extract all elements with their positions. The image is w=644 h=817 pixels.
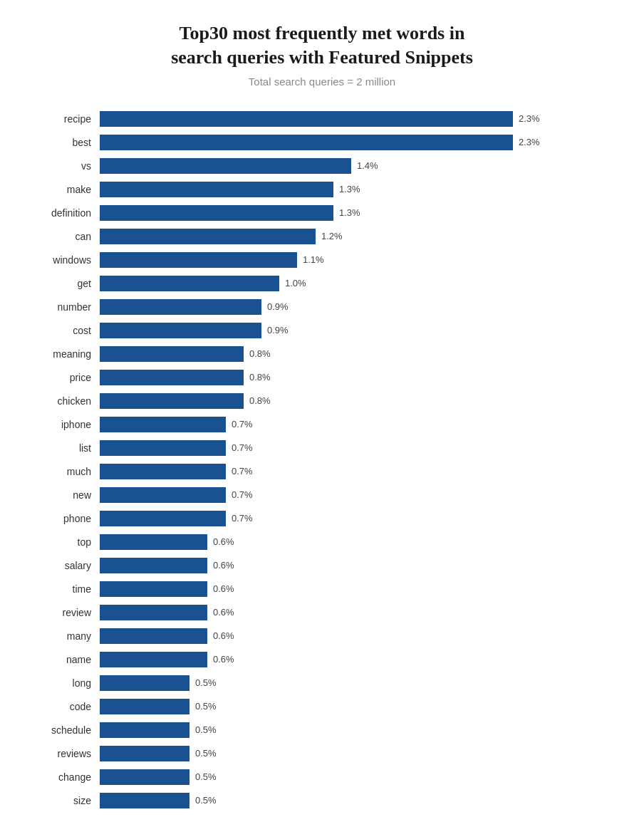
- bar-row: code0.5%: [28, 697, 616, 717]
- bar: [100, 370, 244, 385]
- bar-label: cost: [28, 325, 100, 336]
- bar-container: 0.7%: [100, 440, 616, 456]
- bar-value: 1.3%: [339, 184, 360, 194]
- bar-value: 0.5%: [195, 748, 217, 759]
- bar-label: windows: [28, 254, 100, 266]
- bar-container: 0.8%: [100, 370, 616, 385]
- bar-row: chicken0.8%: [28, 391, 616, 411]
- bar-label: size: [28, 795, 100, 806]
- bar-value: 0.6%: [213, 607, 234, 618]
- bar-value: 0.5%: [195, 701, 217, 712]
- bar-value: 0.9%: [267, 301, 289, 312]
- bar-container: 0.7%: [100, 464, 616, 479]
- bar: [100, 746, 189, 761]
- bar: [100, 299, 261, 315]
- bar-row: review0.6%: [28, 603, 616, 623]
- bar-label: long: [28, 677, 100, 689]
- bar-row: get1.0%: [28, 274, 616, 293]
- bar: [100, 793, 189, 808]
- bar-container: 0.9%: [100, 299, 616, 315]
- bar-value: 1.0%: [285, 278, 306, 288]
- bar: [100, 440, 226, 456]
- bar: [100, 487, 226, 503]
- bar-row: much0.7%: [28, 462, 616, 482]
- bar-row: number0.9%: [28, 297, 616, 317]
- bar-row: make1.3%: [28, 179, 616, 199]
- bar-container: 1.1%: [100, 252, 616, 268]
- bar: [100, 346, 244, 362]
- bar-value: 0.7%: [232, 419, 253, 430]
- bar-row: list0.7%: [28, 438, 616, 458]
- bar-label: salary: [28, 560, 100, 571]
- bar: [100, 323, 261, 338]
- bar: [100, 182, 333, 197]
- bar-row: cost0.9%: [28, 321, 616, 340]
- bar-container: 1.2%: [100, 229, 616, 244]
- bar: [100, 534, 207, 550]
- bar-row: windows1.1%: [28, 250, 616, 270]
- chart-area: recipe2.3%best2.3%vs1.4%make1.3%definiti…: [28, 109, 616, 811]
- bar-container: 0.5%: [100, 722, 616, 738]
- bar-row: time0.6%: [28, 579, 616, 599]
- bar-container: 0.6%: [100, 605, 616, 620]
- bar-container: 1.3%: [100, 205, 616, 221]
- bar-container: 0.6%: [100, 652, 616, 667]
- bar-row: recipe2.3%: [28, 109, 616, 129]
- bar-value: 1.3%: [339, 207, 360, 218]
- bar-value: 0.5%: [195, 724, 217, 735]
- bar-row: long0.5%: [28, 673, 616, 693]
- bar-label: iphone: [28, 419, 100, 430]
- bar: [100, 393, 244, 409]
- bar-row: price0.8%: [28, 368, 616, 387]
- bar-container: 0.5%: [100, 699, 616, 714]
- bar-row: best2.3%: [28, 132, 616, 152]
- bar: [100, 605, 207, 620]
- bar-label: name: [28, 654, 100, 665]
- bar-container: 2.3%: [100, 135, 616, 150]
- bar-container: 0.8%: [100, 393, 616, 409]
- bar-container: 0.5%: [100, 675, 616, 691]
- bar: [100, 111, 513, 127]
- bar: [100, 464, 226, 479]
- bar-label: list: [28, 442, 100, 454]
- chart-title: Top30 most frequently met words in searc…: [28, 21, 616, 70]
- bar: [100, 276, 279, 291]
- bar-container: 0.5%: [100, 793, 616, 808]
- bar-label: chicken: [28, 395, 100, 407]
- bar-label: time: [28, 583, 100, 595]
- bar-container: 0.6%: [100, 534, 616, 550]
- bar: [100, 699, 189, 714]
- bar-label: make: [28, 184, 100, 195]
- bar-label: code: [28, 701, 100, 712]
- bar: [100, 675, 189, 691]
- bar-value: 0.6%: [213, 583, 234, 594]
- bar-value: 1.2%: [321, 231, 343, 241]
- bar-label: new: [28, 489, 100, 501]
- bar-row: meaning0.8%: [28, 344, 616, 364]
- bar-container: 1.3%: [100, 182, 616, 197]
- bar-label: definition: [28, 207, 100, 219]
- bar-row: new0.7%: [28, 485, 616, 505]
- bar: [100, 581, 207, 597]
- bar: [100, 511, 226, 526]
- bar-label: best: [28, 137, 100, 148]
- bar-label: recipe: [28, 113, 100, 125]
- bar-row: schedule0.5%: [28, 720, 616, 740]
- bar: [100, 252, 297, 268]
- bar-container: 0.5%: [100, 769, 616, 785]
- bar-label: change: [28, 771, 100, 783]
- bar-value: 0.9%: [267, 325, 289, 335]
- bar-container: 0.6%: [100, 628, 616, 644]
- bar-container: 0.5%: [100, 746, 616, 761]
- bar-label: get: [28, 278, 100, 289]
- bar-container: 1.4%: [100, 158, 616, 174]
- bar-container: 1.0%: [100, 276, 616, 291]
- bar: [100, 229, 316, 244]
- bar-label: number: [28, 301, 100, 313]
- bar-value: 2.3%: [519, 113, 540, 124]
- bar-value: 1.4%: [357, 160, 378, 171]
- bar-row: vs1.4%: [28, 156, 616, 176]
- bar: [100, 205, 333, 221]
- bar-container: 0.9%: [100, 323, 616, 338]
- bar-container: 0.7%: [100, 511, 616, 526]
